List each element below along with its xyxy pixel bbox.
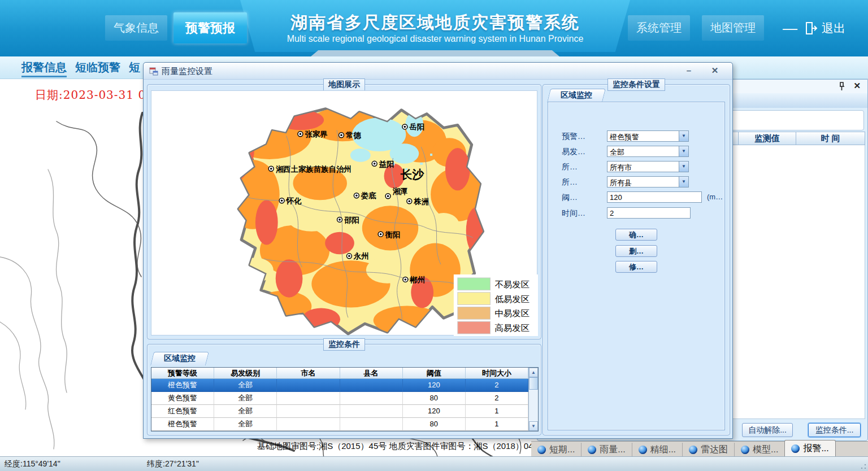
scroll-up-icon[interactable]: ▲: [529, 368, 538, 377]
dock-column-time[interactable]: 时 间: [796, 132, 865, 145]
dialog-body: 地图展示: [144, 80, 732, 438]
scroll-down-icon[interactable]: ▼: [529, 421, 538, 431]
dock-column-monitor-value[interactable]: 监测值: [739, 132, 796, 145]
tab-shortterm-warning[interactable]: 短临预警: [75, 60, 120, 75]
scrollbar-thumb[interactable]: [529, 377, 538, 390]
task-label: 模型...: [753, 444, 778, 456]
monitor-conditions-button[interactable]: 监控条件...: [808, 423, 861, 437]
city-label: 湘西土家族苗族自治州: [276, 165, 351, 173]
city-label: 永州: [353, 252, 369, 260]
task-alarm[interactable]: 报警...: [784, 440, 835, 456]
resize-grip[interactable]: [861, 464, 866, 469]
cell: 2: [466, 392, 528, 405]
table-header-row: 预警等级 易发级别 市名 县名 阈值 时间大小: [151, 368, 528, 379]
task-radar[interactable]: 雷达图: [682, 443, 734, 456]
tab-alarm-info[interactable]: 报警信息: [21, 60, 67, 77]
county-select[interactable]: 所有县 ▼: [607, 176, 689, 187]
city-label: 湘潭: [393, 187, 408, 195]
col-time-size[interactable]: 时间大小: [466, 368, 528, 379]
nav-weather-info[interactable]: 气象信息: [105, 15, 167, 41]
table-scrollbar[interactable]: ▲ ▼: [528, 368, 538, 431]
col-city-name[interactable]: 市名: [277, 368, 340, 379]
time-size-stepper[interactable]: 2: [607, 207, 691, 219]
legend-label: 不易发区: [494, 280, 530, 289]
legend-label: 中易发区: [494, 308, 530, 318]
dialog-titlebar[interactable]: 雨量监控设置 – ✕: [144, 63, 732, 80]
pin-icon[interactable]: [838, 82, 845, 93]
nav-map-management[interactable]: 地图管理: [702, 15, 764, 41]
dock-close-icon[interactable]: ✕: [853, 81, 861, 91]
cell: 全部: [214, 405, 277, 418]
tab-region-monitor[interactable]: 区域监控: [549, 89, 604, 102]
table-row[interactable]: 黄色预警 全部 80 2: [151, 392, 528, 405]
cell: 橙色预警: [151, 379, 214, 392]
group-monitor-conditions: 监控条件 区域监控 预警等级 易发级别 市名 县名 阈值 时间大小 橙色预警: [147, 344, 541, 435]
task-label: 雨量...: [600, 444, 625, 456]
prone-level-select[interactable]: 全部 ▼: [607, 146, 689, 157]
cell: 120: [403, 379, 466, 392]
cell: [340, 418, 403, 431]
group-condition-settings: 监控条件设置 区域监控 预警… 橙色预警 ▼ 易发… 全部 ▼ 所… 所有市 ▼: [542, 84, 730, 435]
task-shortterm[interactable]: 短期...: [531, 443, 581, 456]
threshold-input[interactable]: 120: [607, 191, 702, 203]
city-label: 所…: [562, 162, 578, 172]
legend-swatch-low: [458, 293, 491, 305]
modify-button[interactable]: 修…: [615, 261, 657, 273]
status-bar: 经度:115°49'14" 纬度:27°21'31": [0, 456, 868, 471]
globe-icon: [741, 446, 749, 454]
map-legend: 不易发区 低易发区 中易发区 高易发区: [454, 274, 538, 336]
region-monitor-form: 预警… 橙色预警 ▼ 易发… 全部 ▼ 所… 所有市 ▼ 所… 所有县: [548, 102, 725, 430]
col-warning-level[interactable]: 预警等级: [151, 368, 214, 379]
group-condition-settings-label: 监控条件设置: [607, 78, 665, 91]
cell: [340, 405, 403, 418]
cell: 1: [466, 418, 528, 431]
task-rainfall[interactable]: 雨量...: [581, 443, 631, 456]
warning-level-select[interactable]: 橙色预警 ▼: [607, 130, 689, 142]
dialog-title: 雨量监控设置: [162, 66, 212, 77]
auto-dismiss-button[interactable]: 自动解除...: [742, 423, 793, 437]
window-minimize-button[interactable]: —: [780, 17, 800, 40]
table-row[interactable]: 红色预警 全部 120 1: [151, 405, 528, 418]
city-select[interactable]: 所有市 ▼: [607, 161, 689, 172]
time-size-label: 时间…: [562, 208, 585, 219]
dialog-close-icon[interactable]: ✕: [708, 66, 722, 77]
table-row[interactable]: 橙色预警 全部 80 1: [151, 418, 528, 431]
nav-warning-forecast[interactable]: 预警预报: [173, 12, 247, 43]
dropdown-arrow-icon[interactable]: ▼: [679, 177, 688, 187]
cell: 80: [403, 418, 466, 431]
dropdown-arrow-icon[interactable]: ▼: [679, 162, 688, 172]
tab-short-truncated[interactable]: 短: [129, 60, 140, 75]
nav-system-management[interactable]: 系统管理: [628, 15, 690, 41]
cell: 全部: [214, 418, 277, 431]
dropdown-arrow-icon[interactable]: ▼: [679, 131, 688, 141]
confirm-button[interactable]: 确…: [615, 229, 657, 241]
hunan-risk-map[interactable]: 张家界 常德 岳阳 益阳 湘西土家族苗族自治州 娄底 湘潭 株洲 怀化 邵阳 衡…: [151, 90, 537, 335]
dialog-minimize-icon[interactable]: –: [682, 66, 696, 77]
globe-icon: [537, 446, 546, 454]
exit-button[interactable]: 退出: [804, 16, 845, 41]
task-fine[interactable]: 精细...: [632, 443, 682, 456]
latitude-readout: 纬度:27°21'31": [147, 459, 199, 469]
county-label: 所…: [562, 177, 578, 187]
delete-button[interactable]: 删…: [615, 245, 657, 257]
cell: 80: [403, 392, 466, 405]
cell: 120: [403, 405, 466, 418]
col-prone-level[interactable]: 易发级别: [214, 368, 277, 379]
cell: [277, 379, 340, 392]
tab-region-monitor-table[interactable]: 区域监控: [152, 352, 207, 365]
cell: 橙色预警: [151, 418, 214, 431]
group-map-display: 地图展示: [147, 84, 541, 339]
col-threshold[interactable]: 阈值: [403, 368, 466, 379]
city-label: 常德: [345, 131, 361, 139]
dropdown-arrow-icon[interactable]: ▼: [679, 146, 688, 156]
col-county-name[interactable]: 县名: [340, 368, 403, 379]
rain-monitor-settings-dialog: 雨量监控设置 – ✕ 地图展示: [143, 62, 733, 439]
conditions-table: 预警等级 易发级别 市名 县名 阈值 时间大小 橙色预警 全部 120 2: [151, 367, 539, 431]
globe-icon: [588, 446, 596, 454]
table-row[interactable]: 橙色预警 全部 120 2: [151, 379, 528, 392]
city-label: 怀化: [286, 197, 302, 205]
city-label: 邵阳: [344, 216, 359, 224]
task-model[interactable]: 模型...: [734, 443, 784, 456]
task-label: 短期...: [549, 444, 575, 456]
city-label: 郴州: [409, 276, 425, 284]
